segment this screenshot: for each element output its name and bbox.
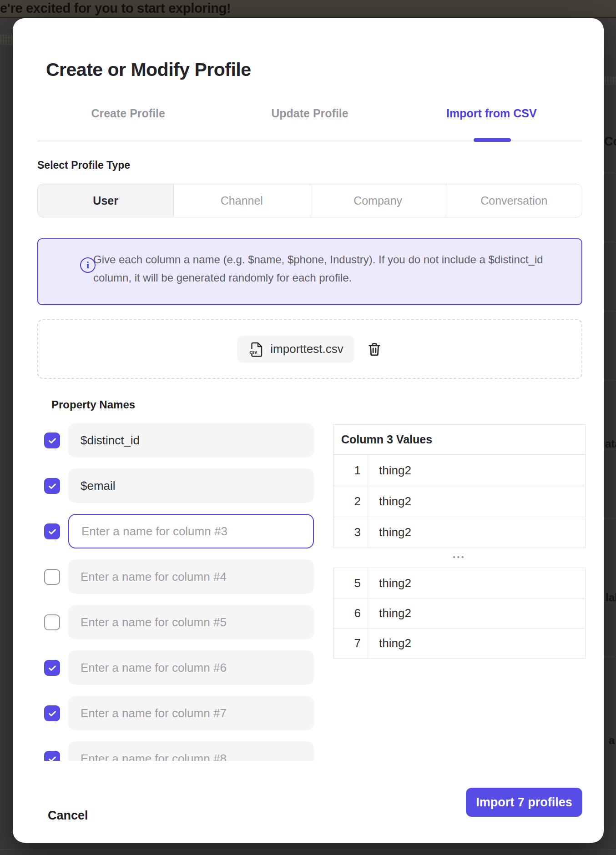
segment-user[interactable]: User [38,184,173,217]
column-checkbox[interactable] [44,660,60,676]
background-hatch-right [605,76,616,85]
cancel-button[interactable]: Cancel [48,809,88,823]
row-index: 6 [333,598,368,628]
column-checkbox[interactable] [44,751,60,761]
property-row [37,423,333,458]
info-banner: i Give each column a name (e.g. $name, $… [37,238,582,305]
property-row [37,559,333,594]
column-checkbox[interactable] [44,705,60,721]
info-banner-text: Give each column a name (e.g. $name, $ph… [93,251,562,287]
background-bottom-seam [0,850,616,850]
dialog-title: Create or Modify Profile [46,59,251,80]
column-checkbox[interactable] [44,614,60,630]
row-value: thing2 [368,517,585,548]
screen: e're excited for you to start exploring!… [0,0,616,855]
property-row [37,605,333,639]
row-value: thing2 [368,486,585,517]
property-rows-list [37,423,333,761]
active-tab-indicator [474,138,511,142]
column-checkbox[interactable] [44,478,60,494]
column-values-header: Column 3 Values [333,425,585,455]
background-row-seam [604,449,616,450]
row-value: thing2 [368,598,585,628]
tab-create-profile[interactable]: Create Profile [37,104,219,123]
column-values-table: Column 3 Values 1 thing2 2 thing2 3 thin… [333,424,586,548]
background-banner: e're excited for you to start exploring! [0,0,616,17]
tab-update-profile[interactable]: Update Profile [219,104,400,123]
row-index: 1 [333,455,368,486]
property-row [37,650,333,685]
dialog-tabs: Create Profile Update Profile Import fro… [37,104,582,123]
property-name-input[interactable] [68,650,314,685]
background-text-fragment: Col [604,135,616,149]
property-name-input[interactable] [68,468,314,503]
import-profiles-button[interactable]: Import 7 profiles [466,788,582,817]
uploaded-file-chip: csv importtest.csv [237,336,354,363]
background-row-seam [604,242,616,242]
row-index: 2 [333,486,368,517]
delete-file-button[interactable] [366,341,383,357]
table-row: 7 thing2 [333,628,585,658]
tab-import-from-csv[interactable]: Import from CSV [401,104,582,123]
csv-dropzone[interactable]: csv importtest.csv [37,319,582,379]
background-row-seam [604,173,616,173]
property-names-heading: Property Names [51,398,135,411]
table-row: 3 thing2 [333,517,585,548]
background-banner-text: e're excited for you to start exploring! [0,1,231,16]
column-values-table: 5 thing2 6 thing2 7 thing2 [333,568,586,659]
uploaded-file-name: importtest.csv [270,342,343,356]
background-text-fragment: ata [605,438,616,450]
row-value: thing2 [368,455,585,486]
table-row: 6 thing2 [333,598,585,628]
background-hatch-left [0,35,13,45]
property-name-input[interactable] [68,741,314,761]
column-checkbox[interactable] [44,523,60,539]
background-text-fragment: a [609,734,615,747]
table-ellipsis: ••• [333,549,586,564]
property-name-input[interactable] [68,559,314,594]
property-row [37,514,333,548]
create-or-modify-profile-dialog: Create or Modify Profile Create Profile … [13,18,604,843]
property-name-input[interactable] [68,514,314,548]
segment-channel[interactable]: Channel [173,184,309,217]
property-name-input[interactable] [68,605,314,639]
background-text-fragment: lab [606,591,616,604]
csv-file-icon: csv [248,341,264,357]
segment-company[interactable]: Company [310,184,446,217]
svg-text:csv: csv [250,349,258,354]
property-row [37,741,333,761]
column-checkbox[interactable] [44,433,60,448]
trash-icon [366,341,383,357]
row-value: thing2 [368,568,585,598]
profile-type-label: Select Profile Type [37,159,130,171]
property-name-input[interactable] [68,696,314,730]
property-name-input[interactable] [68,423,314,458]
profile-type-segmented-control: User Channel Company Conversation [37,184,582,217]
column-checkbox[interactable] [44,569,60,585]
row-index: 5 [333,568,368,598]
background-row-seam [604,518,616,519]
row-index: 7 [333,629,368,658]
row-value: thing2 [368,629,585,658]
property-row [37,468,333,503]
background-row-seam [604,380,616,381]
background-row-seam [604,311,616,312]
table-row: 1 thing2 [333,455,585,486]
row-index: 3 [333,517,368,548]
property-row [37,696,333,730]
table-row: 2 thing2 [333,486,585,517]
segment-conversation[interactable]: Conversation [446,184,582,217]
table-row: 5 thing2 [333,568,585,598]
background-row-seam [604,657,616,657]
